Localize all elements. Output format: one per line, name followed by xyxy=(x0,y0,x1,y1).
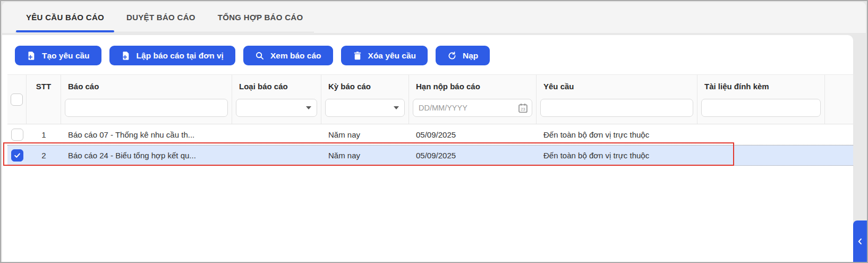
tabs-group: YÊU CẦU BÁO CÁO DUYỆT BÁO CÁO TỔNG HỢP B… xyxy=(15,2,314,32)
request-filter-input[interactable] xyxy=(540,99,693,117)
column-header-yeu-cau: Yêu cầu xyxy=(537,75,697,97)
trash-icon xyxy=(353,51,362,61)
table-row-selected[interactable]: 2 Báo cáo 24 - Biểu tổng hợp kết qu... N… xyxy=(7,145,853,166)
cell-report: Báo cáo 07 - Thống kê nhu cầu th... xyxy=(61,130,232,139)
report-period-select-value[interactable] xyxy=(325,99,405,117)
row-select-cell xyxy=(7,129,27,141)
select-all-checkbox[interactable] xyxy=(11,94,23,106)
button-label: Xem báo cáo xyxy=(270,51,321,61)
search-icon xyxy=(255,51,265,61)
cell-request: Đến toàn bộ đơn vị trực thuộc xyxy=(537,130,697,139)
tab-duyet-bao-cao[interactable]: DUYỆT BÁO CÁO xyxy=(115,2,207,32)
file-plus-icon xyxy=(121,51,131,61)
report-type-select[interactable] xyxy=(236,99,317,117)
report-table: STT Báo cáo Loại báo cáo Kỳ báo cáo Hạn … xyxy=(7,74,853,166)
cell-request: Đến toàn bộ đơn vị trực thuộc xyxy=(537,151,697,160)
deadline-date-input[interactable] xyxy=(413,99,532,117)
filter-cell-loai-bao-cao xyxy=(232,97,321,124)
create-request-button[interactable]: Tạo yêu cầu xyxy=(15,46,101,65)
filter-cell-spacer xyxy=(825,97,853,124)
filter-cell-han-nop: 23 xyxy=(409,97,537,124)
button-label: Tạo yêu cầu xyxy=(42,51,90,61)
filter-cell-bao-cao xyxy=(61,97,232,124)
collapse-panel-button[interactable] xyxy=(853,220,867,262)
cell-period: Năm nay xyxy=(321,151,409,160)
cell-stt: 2 xyxy=(27,151,61,160)
app-window: YÊU CẦU BÁO CÁO DUYỆT BÁO CÁO TỔNG HỢP B… xyxy=(0,0,868,263)
delete-request-button[interactable]: Xóa yêu cầu xyxy=(341,46,428,65)
column-header-spacer xyxy=(825,75,853,97)
table-header: STT Báo cáo Loại báo cáo Kỳ báo cáo Hạn … xyxy=(7,74,853,124)
cell-deadline: 05/09/2025 xyxy=(409,130,537,139)
column-header-bao-cao: Báo cáo xyxy=(61,75,232,97)
column-header-han-nop: Hạn nộp báo cáo xyxy=(409,75,537,97)
filter-cell-yeu-cau xyxy=(537,97,697,124)
report-type-select-value[interactable] xyxy=(236,99,317,117)
tab-bar: YÊU CẦU BÁO CÁO DUYỆT BÁO CÁO TỔNG HỢP B… xyxy=(2,2,866,33)
toolbar: Tạo yêu cầu Lập báo cáo tại đơn vị Xem b… xyxy=(2,35,853,74)
report-filter-input[interactable] xyxy=(65,99,228,117)
filter-cell-ky-bao-cao xyxy=(321,97,409,124)
refresh-icon xyxy=(447,51,457,61)
view-report-button[interactable]: Xem báo cáo xyxy=(243,46,333,65)
tab-label: DUYỆT BÁO CÁO xyxy=(126,13,195,22)
calendar-icon[interactable]: 23 xyxy=(517,103,529,114)
row-checkbox[interactable] xyxy=(11,129,23,141)
file-plus-icon xyxy=(27,51,36,61)
button-label: Nạp xyxy=(463,51,478,61)
table-row[interactable]: 1 Báo cáo 07 - Thống kê nhu cầu th... Nă… xyxy=(7,124,853,145)
tab-tong-hop-bao-cao[interactable]: TỔNG HỢP BÁO CÁO xyxy=(207,2,314,32)
attachment-filter-input[interactable] xyxy=(701,99,821,117)
button-label: Xóa yêu cầu xyxy=(368,51,416,61)
button-label: Lập báo cáo tại đơn vị xyxy=(137,51,224,61)
tab-yeu-cau-bao-cao[interactable]: YÊU CẦU BÁO CÁO xyxy=(15,2,115,32)
cell-report: Báo cáo 24 - Biểu tổng hợp kết qu... xyxy=(61,151,232,160)
create-report-at-unit-button[interactable]: Lập báo cáo tại đơn vị xyxy=(109,46,235,65)
deadline-date-picker: 23 xyxy=(413,99,532,117)
row-select-cell xyxy=(7,149,27,162)
check-icon xyxy=(13,151,21,159)
report-period-select[interactable] xyxy=(325,99,405,117)
chevron-left-icon xyxy=(855,236,865,246)
column-header-ky-bao-cao: Kỳ báo cáo xyxy=(321,75,409,97)
cell-period: Năm nay xyxy=(321,130,409,139)
select-all-cell xyxy=(7,75,27,124)
cell-deadline: 05/09/2025 xyxy=(409,151,537,160)
tab-label: YÊU CẦU BÁO CÁO xyxy=(26,13,104,22)
filter-cell-stt xyxy=(27,97,61,124)
column-header-tai-lieu: Tài liệu đính kèm xyxy=(697,75,825,97)
column-header-loai-bao-cao: Loại báo cáo xyxy=(232,75,321,97)
svg-text:23: 23 xyxy=(521,107,525,112)
column-header-stt: STT xyxy=(27,75,61,97)
tab-label: TỔNG HỢP BÁO CÁO xyxy=(218,13,303,22)
row-checkbox-checked[interactable] xyxy=(11,149,23,162)
cell-stt: 1 xyxy=(27,130,61,139)
filter-cell-tai-lieu xyxy=(697,97,825,124)
reload-button[interactable]: Nạp xyxy=(436,46,490,65)
content-panel: Tạo yêu cầu Lập báo cáo tại đơn vị Xem b… xyxy=(2,35,853,262)
